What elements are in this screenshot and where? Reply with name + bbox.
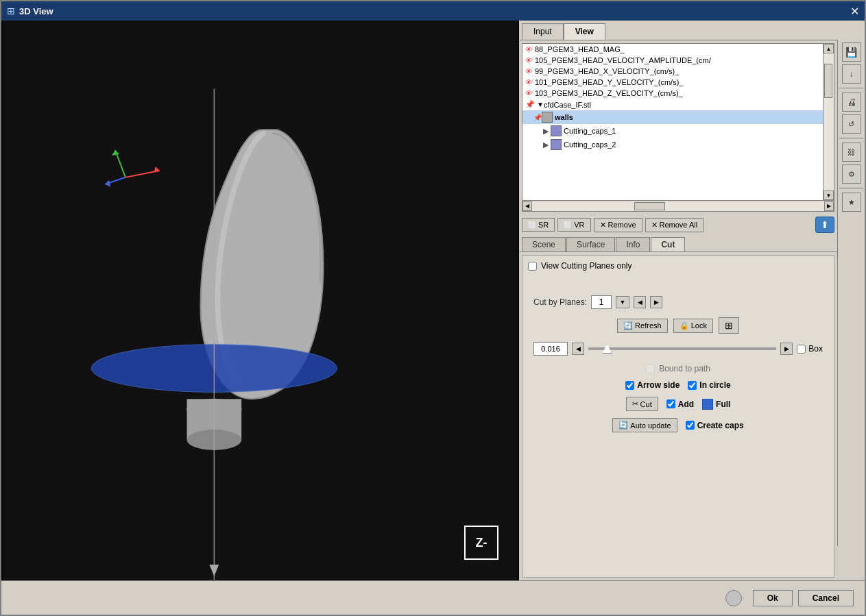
- arrow-side-checkbox[interactable]: [625, 381, 634, 390]
- tree-item-3[interactable]: 👁 99_PGEM3_HEAD_X_VELOCITY_(cm/s)_: [522, 66, 834, 77]
- settings-toolbar-btn[interactable]: ⚙: [842, 164, 861, 184]
- cut-by-planes-row: Cut by Planes: 1 ▼ ◀ ▶: [528, 295, 828, 309]
- full-group: Full: [702, 399, 730, 410]
- cut-add-full-row: ✂ Cut Add Full: [528, 397, 828, 411]
- sr-button[interactable]: ⬜ SR: [522, 218, 555, 232]
- slider-value-input[interactable]: 0.016: [533, 342, 568, 356]
- save-toolbar-btn[interactable]: 💾: [842, 42, 861, 62]
- scroll-up-btn[interactable]: ▲: [823, 44, 834, 53]
- cut-button[interactable]: ✂ Cut: [626, 397, 658, 411]
- tab-scene[interactable]: Scene: [522, 237, 566, 251]
- viewport-3d[interactable]: Z-: [1, 21, 519, 580]
- slider-thumb[interactable]: [602, 344, 612, 354]
- toolbar-separator-3: [839, 188, 863, 188]
- inner-tab-bar: Scene Surface Info Cut: [519, 236, 837, 252]
- tree-vscrollbar[interactable]: ▲ ▼: [823, 44, 834, 200]
- link-toolbar-btn[interactable]: ⛓: [842, 143, 861, 162]
- slider-track[interactable]: [588, 347, 776, 350]
- expand-icon-6: ▼: [537, 101, 544, 108]
- scroll-left-btn[interactable]: ◀: [522, 201, 532, 211]
- auto-update-button[interactable]: 🔄 Auto update: [612, 418, 677, 432]
- pin-icon-6: 📌: [525, 100, 535, 109]
- reset-toolbar-btn[interactable]: ↺: [842, 114, 861, 134]
- eye-icon-4: 👁: [525, 78, 533, 86]
- remove-icon: ✕: [600, 221, 606, 230]
- slider-next[interactable]: ▶: [780, 343, 793, 355]
- slider-row: 0.016 ◀ ▶ Box: [528, 342, 828, 356]
- cut-planes-next[interactable]: ▶: [650, 296, 662, 308]
- star-toolbar-btn[interactable]: ★: [842, 193, 861, 212]
- close-button[interactable]: ✕: [850, 5, 859, 18]
- scroll-down-btn[interactable]: ▼: [823, 190, 834, 200]
- sr-icon: ⬜: [528, 221, 536, 229]
- scroll-thumb-v[interactable]: [824, 64, 832, 98]
- expand-icon: ⊞: [725, 320, 733, 331]
- view-cutting-planes-row: View Cutting Planes only: [528, 261, 828, 271]
- remove-all-button[interactable]: ✕ Remove All: [645, 218, 704, 232]
- remove-button[interactable]: ✕ Remove: [594, 218, 642, 232]
- cut-planes-dropdown[interactable]: ▼: [616, 296, 629, 308]
- scissors-icon: ✂: [632, 399, 638, 408]
- right-panel: Input View 👁 88_PGEM3_HEAD_MAG_ 👁 105_PG…: [519, 21, 837, 580]
- window-title: 3D View: [19, 6, 53, 16]
- create-caps-label: Create caps: [697, 421, 744, 430]
- tab-view[interactable]: View: [564, 23, 605, 40]
- title-bar-left: ⊞ 3D View: [7, 5, 53, 16]
- add-checkbox[interactable]: [666, 399, 675, 408]
- vr-button[interactable]: ⬜ VR: [557, 218, 590, 232]
- vr-icon: ⬜: [564, 221, 572, 229]
- create-caps-checkbox[interactable]: [686, 421, 695, 430]
- toolbar-separator-1: [839, 88, 863, 88]
- lock-icon: 🔒: [679, 321, 689, 330]
- cut-planes-prev[interactable]: ◀: [634, 296, 646, 308]
- scroll-thumb-h[interactable]: [634, 202, 665, 210]
- cancel-button[interactable]: Cancel: [798, 590, 854, 606]
- toolbar-separator-2: [839, 138, 863, 138]
- status-icon: [725, 590, 742, 606]
- expand-button[interactable]: ⊞: [719, 317, 739, 334]
- bound-to-path-row: Bound to path: [528, 364, 828, 373]
- main-window: ⊞ 3D View ✕: [0, 0, 866, 616]
- print-toolbar-btn[interactable]: 🖨: [842, 93, 861, 112]
- tree-item-4[interactable]: 👁 101_PGEM3_HEAD_Y_VELOCITY_(cm/s)_: [522, 77, 834, 88]
- refresh-button[interactable]: 🔄 Refresh: [617, 319, 668, 333]
- tree-hscrollbar[interactable]: ◀ ▶: [522, 201, 834, 212]
- scroll-track-h: [532, 201, 824, 211]
- view-cutting-planes-checkbox[interactable]: [528, 262, 537, 271]
- tree-item-2[interactable]: 👁 105_PGEM3_HEAD_VELOCITY_AMPLITUDE_(cm/: [522, 55, 834, 66]
- tab-surface[interactable]: Surface: [566, 237, 615, 251]
- cut-panel: View Cutting Planes only Cut by Planes: …: [522, 255, 834, 578]
- tree-item-1[interactable]: 👁 88_PGEM3_HEAD_MAG_: [522, 44, 834, 55]
- tree-item-6[interactable]: 📌 ▼ cfdCase_IF.stl: [522, 99, 834, 110]
- download-toolbar-btn[interactable]: ↓: [842, 64, 861, 84]
- tree-item-9[interactable]: ▶ Cutting_caps_2: [522, 138, 834, 151]
- action-buttons-bar: ⬜ SR ⬜ VR ✕ Remove ✕ Remove All ⬆: [519, 214, 837, 236]
- arrow-side-group: Arrow side: [625, 380, 679, 390]
- full-icon: [702, 399, 713, 410]
- box-label: Box: [808, 344, 823, 354]
- scroll-right-btn[interactable]: ▶: [824, 201, 834, 211]
- in-circle-label: In circle: [699, 380, 730, 390]
- slider-prev[interactable]: ◀: [572, 343, 584, 355]
- tree-item-7[interactable]: 📌 walls: [522, 110, 834, 124]
- eye-icon-1: 👁: [525, 45, 533, 53]
- in-circle-checkbox[interactable]: [688, 381, 697, 390]
- cut-by-planes-label: Cut by Planes:: [533, 297, 587, 307]
- lock-button[interactable]: 🔒 Lock: [673, 319, 713, 333]
- arrow-side-label: Arrow side: [637, 380, 679, 390]
- thumbnail-9: [551, 139, 562, 150]
- tab-info[interactable]: Info: [616, 237, 650, 251]
- expand-icon-9: ▶: [543, 140, 549, 149]
- add-label: Add: [678, 399, 694, 409]
- tab-cut[interactable]: Cut: [651, 237, 685, 251]
- add-group: Add: [666, 399, 694, 409]
- auto-caps-row: 🔄 Auto update Create caps: [528, 418, 828, 432]
- tree-item-5[interactable]: 👁 103_PGEM3_HEAD_Z_VELOCITY_(cm/s)_: [522, 88, 834, 99]
- box-checkbox[interactable]: [797, 345, 806, 354]
- tab-input[interactable]: Input: [522, 23, 564, 40]
- upload-button[interactable]: ⬆: [815, 217, 834, 233]
- slider-container: [588, 342, 776, 356]
- ok-button[interactable]: Ok: [753, 590, 793, 606]
- eye-icon-5: 👁: [525, 89, 533, 97]
- tree-item-8[interactable]: ▶ Cutting_caps_1: [522, 124, 834, 138]
